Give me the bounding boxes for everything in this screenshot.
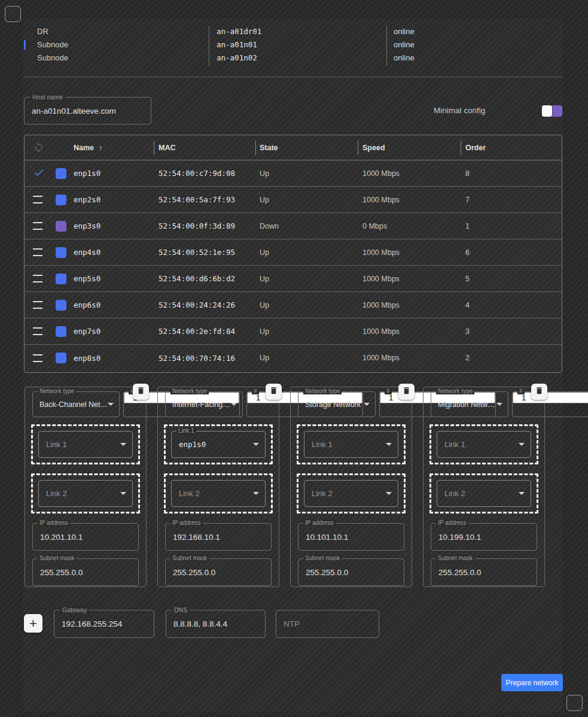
ip-address-field[interactable]: IP address bbox=[165, 523, 272, 551]
delete-network-button[interactable] bbox=[531, 384, 547, 400]
network-type-select[interactable]: Network type Storage Network bbox=[298, 391, 376, 417]
table-row[interactable]: enp3s0 52:54:00:0f:3d:89 Down 0 Mbps 1 bbox=[25, 213, 562, 239]
link2-select[interactable]: Link 2 bbox=[171, 480, 266, 507]
gateway-input[interactable] bbox=[54, 610, 154, 637]
table-row[interactable]: enp2s0 52:54:00:5a:7f:93 Up 1000 Mbps 7 bbox=[25, 187, 562, 213]
link1-select[interactable]: Link 1 bbox=[437, 431, 531, 458]
drag-handle-icon[interactable] bbox=[33, 327, 42, 335]
link2-select[interactable]: Link 2 bbox=[38, 480, 133, 507]
subnet-mask-field[interactable]: Subnet mask bbox=[32, 558, 139, 586]
link1-dropzone[interactable]: Link 1 bbox=[297, 424, 406, 464]
ip-address-label: IP address bbox=[436, 519, 468, 526]
dns-field[interactable]: DNS bbox=[166, 610, 266, 638]
sort-asc-icon: ↑ bbox=[99, 143, 103, 152]
drag-handle-icon[interactable] bbox=[33, 222, 42, 230]
ip-address-input[interactable] bbox=[166, 524, 271, 550]
ip-address-input[interactable] bbox=[431, 524, 537, 550]
ip-address-field[interactable]: IP address bbox=[431, 523, 537, 551]
interface-color-swatch bbox=[56, 353, 66, 363]
column-header-speed[interactable]: Speed bbox=[362, 144, 465, 152]
interface-state: Up bbox=[260, 196, 362, 204]
dns-input[interactable] bbox=[166, 610, 265, 637]
delete-network-button[interactable] bbox=[266, 384, 282, 400]
hostname-field[interactable]: Host name bbox=[24, 97, 151, 124]
section-divider bbox=[23, 77, 563, 77]
subnet-mask-field[interactable]: Subnet mask bbox=[431, 558, 537, 586]
delete-network-button[interactable] bbox=[133, 384, 149, 400]
link2-dropzone[interactable]: Link 2 bbox=[429, 473, 538, 514]
table-row[interactable]: enp7s0 52:54:00:2e:fd:84 Up 1000 Mbps 3 bbox=[25, 318, 562, 345]
network-number-field[interactable]: # bbox=[512, 391, 588, 417]
network-type-select[interactable]: Network type Internet-Facing… bbox=[165, 391, 243, 417]
node-list-item[interactable]: DR an-a01dr01 online bbox=[23, 25, 563, 38]
interface-mac: 52:54:00:24:24:26 bbox=[159, 300, 260, 309]
hostname-input[interactable] bbox=[25, 98, 151, 124]
hostname-label: Host name bbox=[30, 93, 65, 101]
ip-address-field[interactable]: IP address bbox=[32, 523, 139, 551]
interface-state: Up bbox=[260, 354, 362, 362]
table-row[interactable]: enp6s0 52:54:00:24:24:26 Up 1000 Mbps 4 bbox=[25, 292, 562, 318]
column-header-name[interactable]: Name↑ bbox=[74, 143, 159, 152]
link1-select[interactable]: Link 1 bbox=[38, 431, 133, 458]
column-header-order[interactable]: Order bbox=[465, 144, 562, 152]
link2-dropzone[interactable]: Link 2 bbox=[297, 473, 406, 514]
interface-mac: 52:54:00:c7:9d:08 bbox=[159, 169, 260, 178]
link1-dropzone[interactable]: Link 1 bbox=[429, 424, 538, 464]
link1-select[interactable]: Link 1 enp1s0 bbox=[171, 431, 266, 458]
minimal-config-toggle[interactable] bbox=[542, 105, 562, 117]
subnet-mask-input[interactable] bbox=[166, 559, 271, 585]
link1-dropzone[interactable]: Link 1 bbox=[31, 424, 140, 464]
drag-handle-icon[interactable] bbox=[33, 248, 42, 256]
add-network-button[interactable]: + bbox=[24, 614, 42, 633]
network-number-label: # bbox=[517, 388, 525, 394]
node-list-item[interactable]: Subnode an-a01n02 online bbox=[23, 51, 563, 65]
link2-select[interactable]: Link 2 bbox=[304, 480, 398, 507]
subnet-mask-field[interactable]: Subnet mask bbox=[165, 558, 272, 586]
interface-order: 5 bbox=[465, 275, 562, 283]
interface-name: enp7s0 bbox=[74, 327, 159, 336]
network-type-label: Network type bbox=[170, 388, 209, 394]
link2-dropzone[interactable]: Link 2 bbox=[164, 473, 273, 514]
divider bbox=[386, 25, 387, 66]
link2-dropzone[interactable]: Link 2 bbox=[31, 473, 140, 514]
table-row[interactable]: enp1s0 52:54:00:c7:9d:08 Up 1000 Mbps 8 bbox=[25, 160, 562, 187]
chevron-down-icon bbox=[386, 492, 392, 495]
link2-select[interactable]: Link 2 bbox=[437, 480, 531, 507]
table-row[interactable]: enp8s0 52:54:00:70:74:16 Up 1000 Mbps 2 bbox=[25, 345, 562, 371]
ntp-field[interactable] bbox=[276, 610, 379, 638]
drag-handle-icon[interactable] bbox=[33, 301, 42, 309]
interface-order: 4 bbox=[465, 301, 562, 309]
subnet-mask-input[interactable] bbox=[33, 559, 138, 585]
trash-icon bbox=[136, 386, 145, 397]
column-header-mac[interactable]: MAC bbox=[159, 144, 260, 152]
gateway-field[interactable]: Gateway bbox=[54, 610, 154, 638]
interface-mac: 52:54:00:2e:fd:84 bbox=[159, 327, 260, 336]
subnet-mask-input[interactable] bbox=[431, 559, 537, 585]
subnet-mask-label: Subnet mask bbox=[170, 555, 209, 561]
corner-button-top-left[interactable] bbox=[5, 6, 21, 22]
interface-color-swatch bbox=[56, 274, 66, 284]
network-type-select[interactable]: Network type Back-Channel Net… bbox=[32, 391, 120, 417]
refresh-icon[interactable] bbox=[33, 142, 56, 153]
node-list-item-selected[interactable]: Subnode an-a01n01 online bbox=[23, 38, 563, 51]
ip-address-input[interactable] bbox=[33, 524, 138, 550]
network-type-select[interactable]: Network type Migration Netw… bbox=[431, 391, 508, 417]
ntp-input[interactable] bbox=[276, 610, 379, 637]
table-row[interactable]: enp5s0 52:54:00:d6:6b:d2 Up 1000 Mbps 5 bbox=[25, 266, 562, 292]
table-row[interactable]: enp4s0 52:54:00:52:1e:95 Up 1000 Mbps 6 bbox=[25, 239, 562, 266]
node-status: online bbox=[394, 51, 415, 65]
subnet-mask-input[interactable] bbox=[298, 559, 404, 585]
drag-handle-icon[interactable] bbox=[33, 275, 42, 282]
link1-dropzone[interactable]: Link 1 enp1s0 bbox=[164, 424, 273, 464]
prepare-network-button[interactable]: Prepare network bbox=[501, 674, 563, 691]
ip-address-input[interactable] bbox=[298, 524, 404, 550]
corner-button-bottom-right[interactable] bbox=[566, 695, 583, 711]
drag-handle-icon[interactable] bbox=[33, 196, 42, 203]
link1-select[interactable]: Link 1 bbox=[304, 431, 398, 458]
ip-address-field[interactable]: IP address bbox=[298, 523, 404, 551]
delete-network-button[interactable] bbox=[398, 384, 415, 400]
drag-handle-icon[interactable] bbox=[33, 354, 42, 362]
column-header-state[interactable]: State bbox=[260, 144, 362, 152]
chevron-down-icon bbox=[364, 403, 370, 406]
subnet-mask-field[interactable]: Subnet mask bbox=[298, 558, 404, 586]
